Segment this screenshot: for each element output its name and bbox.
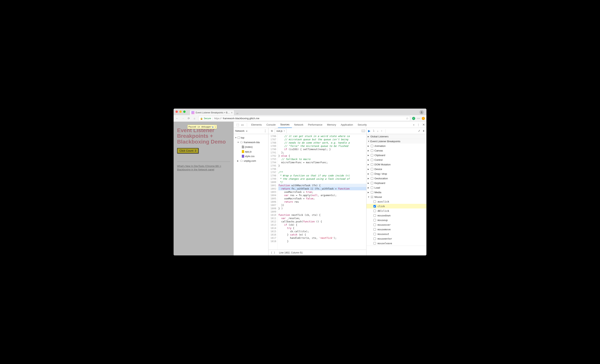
tree-cdn[interactable]: ▶unpkg.com	[234, 158, 268, 163]
step-out-icon[interactable]: ↑	[381, 129, 383, 132]
tree-domain[interactable]: ▼framework-bla	[234, 140, 268, 145]
event-checkbox[interactable]	[374, 228, 376, 231]
category-checkbox[interactable]	[371, 149, 373, 152]
editor-tab-close-icon[interactable]: ×	[284, 130, 285, 132]
nav-forward-button[interactable]: →	[181, 117, 185, 120]
breakpoint-event[interactable]: mousemove	[366, 227, 426, 232]
category-checkbox[interactable]	[371, 182, 373, 184]
tree-top-frame[interactable]: ▼top	[234, 135, 268, 140]
tree-file-stylecss[interactable]: style.css	[234, 154, 268, 158]
event-checkbox[interactable]	[374, 237, 376, 240]
window-close[interactable]	[176, 110, 178, 113]
breakpoint-category[interactable]: ▶Load	[366, 185, 426, 190]
panel-tab-memory[interactable]: Memory	[325, 122, 338, 128]
snippets-run-icon[interactable]: ▷|	[361, 130, 365, 132]
section-global-listeners[interactable]: ▶Global Listeners	[366, 134, 426, 139]
pause-on-exceptions-icon[interactable]: ⏸	[422, 129, 425, 132]
breakpoint-event[interactable]: click	[366, 204, 426, 209]
breakpoint-category[interactable]: ▶Drag / drop	[366, 171, 426, 176]
navigator-overflow-icon[interactable]: »	[246, 129, 247, 132]
code-body[interactable]: // it can get stuck in a weird state whe…	[278, 134, 366, 250]
breakpoint-category[interactable]: ▶Device	[366, 167, 426, 171]
extension-icon-3[interactable]: !	[422, 117, 425, 120]
devtools-menu-icon[interactable]: ⋮	[417, 123, 420, 126]
event-checkbox[interactable]	[374, 214, 376, 217]
navigator-tab[interactable]: Network	[235, 129, 244, 132]
overlay-step-icon[interactable]: ⤵	[215, 125, 216, 128]
panel-tab-elements[interactable]: Elements	[249, 122, 264, 128]
breakpoint-event[interactable]: mouseleave	[366, 241, 426, 246]
secure-indicator[interactable]: 🔒 Secure	[200, 117, 211, 120]
breakpoint-category[interactable]: ▶Keyboard	[366, 181, 426, 185]
breakpoint-category[interactable]: ▶Media	[366, 190, 426, 195]
new-tab-button[interactable]: ▱	[235, 111, 240, 115]
step-into-icon[interactable]: ↓	[377, 129, 378, 132]
panel-tab-security[interactable]: Security	[355, 122, 369, 128]
nav-reload-button[interactable]: ⟳	[187, 117, 191, 120]
nav-back-button[interactable]: ←	[175, 117, 179, 120]
panel-tab-console[interactable]: Console	[264, 122, 278, 128]
breakpoint-category[interactable]: ▶DOM Mutation	[366, 162, 426, 167]
line-gutter[interactable]: 1786178717881789179017911792179317941795…	[269, 134, 278, 250]
breakpoint-category[interactable]: ▶Geolocation	[366, 176, 426, 181]
category-checkbox-mixed[interactable]	[371, 196, 373, 198]
event-checkbox[interactable]	[374, 224, 376, 226]
resume-button-icon[interactable]: ▶	[368, 129, 370, 133]
panel-tab-performance[interactable]: Performance	[306, 122, 325, 128]
omnibox[interactable]: 🔒 Secure | https://framework-blackboxing…	[198, 116, 410, 121]
category-checkbox[interactable]	[371, 173, 373, 175]
event-checkbox[interactable]	[374, 242, 376, 245]
panel-tab-network[interactable]: Network	[292, 122, 306, 128]
editor-tab-vuejs[interactable]: vue.js ×	[275, 129, 287, 133]
inspect-element-icon[interactable]: ⬚	[236, 123, 239, 127]
pretty-print-icon[interactable]: { }	[271, 251, 275, 254]
profile-avatar[interactable]	[420, 110, 424, 114]
event-checkbox[interactable]	[374, 205, 376, 208]
category-checkbox[interactable]	[371, 163, 373, 166]
panels-overflow-icon[interactable]: »	[413, 123, 414, 126]
deactivate-breakpoints-icon[interactable]: ⁄⁄	[419, 129, 420, 132]
breakpoint-category-mouse[interactable]: ▼Mouse	[366, 195, 426, 199]
category-checkbox[interactable]	[371, 154, 373, 156]
window-minimize[interactable]	[179, 110, 182, 113]
tree-file-appjs[interactable]: app.js	[234, 149, 268, 154]
navigator-menu-icon[interactable]: ⋮	[264, 129, 267, 133]
tree-file-index[interactable]: (index)	[234, 145, 268, 149]
section-event-listener-breakpoints[interactable]: ▼Event Listener Breakpoints	[366, 139, 426, 144]
toggle-navigator-icon[interactable]: ⧉	[270, 129, 274, 133]
category-checkbox[interactable]	[371, 145, 373, 147]
device-toolbar-icon[interactable]: ▭	[241, 123, 244, 127]
extension-icon-1[interactable]: ✓	[412, 117, 415, 120]
step-over-icon[interactable]: ⤵	[373, 129, 375, 132]
breakpoint-event[interactable]: mouseup	[366, 218, 426, 222]
event-checkbox[interactable]	[374, 210, 376, 212]
breakpoint-event[interactable]: mouseout	[366, 232, 426, 236]
category-checkbox[interactable]	[371, 168, 373, 170]
breakpoint-category[interactable]: ▶Clipboard	[366, 153, 426, 157]
category-checkbox[interactable]	[371, 159, 373, 161]
nav-home-button[interactable]: ⌂	[193, 117, 197, 120]
breakpoint-category[interactable]: ▶Control	[366, 157, 426, 162]
breakpoint-event[interactable]: auxclick	[366, 199, 426, 204]
breakpoint-category[interactable]: ▶Animation	[366, 144, 426, 148]
breakpoint-event[interactable]: mouseover	[366, 222, 426, 227]
breakpoint-category[interactable]: ▶Canvas	[366, 148, 426, 153]
tab-close-icon[interactable]: ×	[231, 111, 233, 114]
event-checkbox[interactable]	[374, 233, 376, 235]
extension-icon-2[interactable]	[417, 118, 420, 119]
category-checkbox[interactable]	[371, 186, 373, 189]
event-checkbox[interactable]	[374, 200, 376, 203]
browser-tab[interactable]: Event Listener Breakpoints + B… ×	[190, 110, 234, 115]
category-checkbox[interactable]	[371, 177, 373, 180]
panel-tab-application[interactable]: Application	[338, 122, 356, 128]
panel-tab-sources[interactable]: Sources	[278, 122, 292, 128]
breakpoint-event[interactable]: dblclick	[366, 209, 426, 213]
window-maximize[interactable]	[183, 110, 186, 113]
category-checkbox[interactable]	[371, 191, 373, 194]
breakpoint-event[interactable]: mouseenter	[366, 236, 426, 241]
bookmark-star-icon[interactable]: ☆	[406, 117, 408, 120]
overlay-resume-icon[interactable]: ▶	[212, 125, 214, 128]
devtools-close-icon[interactable]: ✕	[422, 123, 425, 127]
breakpoint-event[interactable]: mousedown	[366, 213, 426, 218]
event-checkbox[interactable]	[374, 219, 376, 221]
